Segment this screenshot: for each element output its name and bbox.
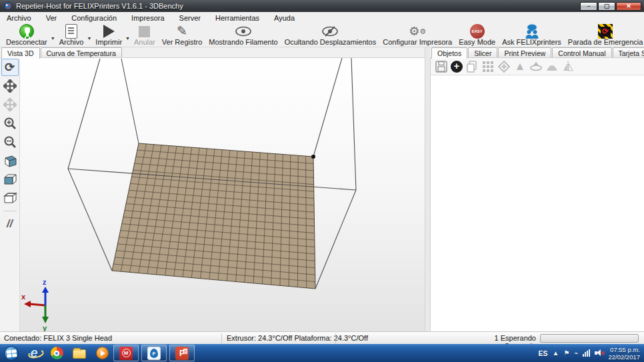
action-center-flag-icon[interactable]: ⚑ [563,349,569,357]
rotate-object-icon [529,60,543,73]
pencil-icon: ✎ [177,25,187,38]
menu-archivo[interactable]: Archivo [7,14,31,22]
taskbar-repetier[interactable]: F [141,345,167,361]
stop-icon [139,26,150,37]
menu-server[interactable]: Server [179,14,201,22]
show-filament-button[interactable]: Mostrando Filamento [205,24,281,47]
tab-curva-temperatura[interactable]: Curva de Temperatura [41,47,122,57]
tab-vista-3d[interactable]: Vista 3D [1,47,40,59]
file-button[interactable]: Archivo [56,24,87,47]
ask-felixprinters-button[interactable]: Ask FELIXprinters [499,24,565,47]
rotate-view-button[interactable]: ⟳ [1,59,19,76]
main-toolbar: Desconectar ▼ Archivo ▼ Imprimir ▼ Anula… [0,23,644,47]
view-log-button[interactable]: ✎ Ver Registro [159,24,206,47]
menu-configuracion[interactable]: Configuración [71,14,117,22]
menu-ver[interactable]: Ver [46,14,57,22]
network-signal-icon[interactable] [583,349,590,357]
print-button[interactable]: Imprimir [92,24,125,47]
emergency-stop-icon: ⟳ [598,24,613,39]
view-tabs: Vista 3D Curva de Temperatura [0,47,425,58]
desktop: Repetier-Host for FELIXPrinters V1.6.1 -… [0,0,644,362]
menu-impresora[interactable]: Impresora [131,14,165,22]
folder-icon [73,349,86,359]
tray-date: 22/02/2017 [608,353,640,361]
cube-front-icon [3,172,17,187]
eye-slash-icon [321,24,339,39]
move-view-button[interactable] [1,77,19,95]
file-dropdown-icon[interactable]: ▼ [87,36,91,41]
zoom-fit-button[interactable] [1,133,19,151]
tab-slicer[interactable]: Slicer [468,47,497,57]
play-icon [103,25,115,38]
parallel-projection-button[interactable]: // [1,215,19,233]
taskbar-media-player[interactable] [91,345,113,361]
volume-muted-icon[interactable]: ✕ [595,349,603,357]
windows-start-icon [3,345,19,361]
maximize-button[interactable]: ▢ [598,2,615,11]
app-icon [4,2,12,10]
cancel-button: Anular [131,24,159,47]
people-chat-icon [524,24,540,39]
menu-ayuda[interactable]: Ayuda [274,14,295,22]
emergency-stop-button[interactable]: ⟳ Parada de Emergencia [565,24,644,47]
taskbar-chrome[interactable] [45,345,68,361]
tab-print-preview[interactable]: Print Preview [498,47,551,57]
taskbar-powerpoint[interactable]: P [169,345,195,361]
object-list[interactable] [431,76,644,331]
viewport-3d[interactable]: x y z [20,58,425,331]
minimize-button[interactable]: – [580,2,597,11]
front-view-button[interactable] [1,171,19,188]
autoposition-icon [481,60,495,73]
move-disabled-icon [3,98,17,111]
print-bed-scene: x y z [20,58,425,331]
statusbar: Conectado: FELIX 3 Single Head Extrusor:… [0,331,644,344]
view-tool-rail: ⟳ [0,58,20,331]
cube-iso-icon [3,153,17,168]
top-view-button[interactable] [1,189,19,207]
rail-separator [3,211,17,211]
start-button[interactable] [0,345,23,361]
panel-tabs: Objetos Slicer Print Preview Control Man… [430,47,644,58]
easy-mode-icon: EASY [470,24,485,39]
connection-status: Conectado: FELIX 3 Single Head [4,334,112,342]
easy-mode-button[interactable]: EASY Easy Mode [455,24,499,47]
rotate-icon: ⟳ [5,60,15,75]
window-titlebar: Repetier-Host for FELIXPrinters V1.6.1 -… [0,0,644,12]
tab-objetos[interactable]: Objetos [431,47,467,59]
temperature-status: Extrusor: 24.3°C/Off Plataforma: 24.3°C/… [227,334,368,342]
print-dropdown-icon[interactable]: ▼ [125,36,130,41]
clock[interactable]: 07:55 p.m. 22/02/2017 [608,346,640,361]
tab-tarjeta-sd[interactable]: Tarjeta SD [613,47,644,57]
menu-herramientas[interactable]: Herramientas [215,14,259,22]
eye-icon [235,24,252,39]
move-icon [3,79,17,93]
tab-control-manual[interactable]: Control Manual [552,47,611,57]
taskbar-makerbot[interactable]: M [113,345,139,361]
disconnect-dropdown-icon[interactable]: ▼ [51,36,55,41]
taskbar-explorer[interactable] [68,345,91,361]
internet-explorer-icon: e [30,345,37,361]
language-indicator[interactable]: ES [539,349,548,357]
axis-indicator: x y z [21,278,49,331]
power-icon[interactable]: ⌁ [574,349,578,357]
gears-icon: ⚙⚙ [409,24,426,39]
zoom-in-button[interactable] [1,115,19,132]
panel-splitter[interactable] [425,47,430,331]
zoom-fit-icon [3,135,17,149]
repetier-icon: F [147,347,161,360]
lay-flat-icon [545,60,559,73]
close-button[interactable]: ✕ [616,2,641,11]
hide-travel-button[interactable]: Ocultando Desplazamientos [281,24,380,47]
svg-text:x: x [21,293,26,301]
chrome-icon [51,347,63,359]
isometric-view-button[interactable] [1,152,19,169]
show-hidden-icons[interactable]: ▲ [553,349,559,357]
add-object-button[interactable]: + [451,61,463,73]
svg-text:z: z [43,278,47,286]
taskbar-internet-explorer[interactable]: e [23,345,45,361]
disconnect-button[interactable]: Desconectar [3,24,51,47]
status-divider [335,333,336,343]
powerpoint-icon: P [175,347,189,360]
svg-text:y: y [43,324,47,331]
printer-settings-button[interactable]: ⚙⚙ Configurar Impresora [379,24,455,47]
